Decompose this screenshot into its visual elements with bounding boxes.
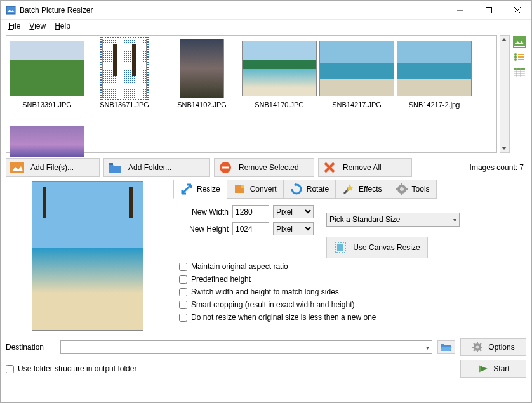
svg-rect-3 [486,7,491,13]
svg-rect-6 [514,37,525,46]
svg-rect-14 [514,68,525,70]
remove-selected-button[interactable]: Remove Selected [214,158,314,177]
minimize-button[interactable] [446,1,474,19]
add-folder-button[interactable]: Add Folder... [103,158,210,177]
preview-panel [6,180,170,332]
svg-point-8 [514,53,517,56]
tab-rotate[interactable]: Rotate [284,180,336,199]
tabs: Resize Convert Rotate Effects Tools [173,180,526,199]
thumbnail-scrollbar[interactable] [500,35,510,153]
thumbnail-item[interactable]: SNB13671.JPG [86,38,163,109]
width-unit-select[interactable]: Pixel [273,205,314,218]
browse-destination-button[interactable] [437,340,455,354]
titlebar: Batch Picture Resizer [1,1,531,20]
chk-switch[interactable] [179,288,187,296]
folder-icon [108,161,122,175]
thumbnail-item[interactable]: SNB13391.JPG [9,38,85,109]
folder-open-icon [440,342,453,352]
effects-icon [342,183,355,195]
view-thumbnails-icon[interactable] [513,36,526,48]
maximize-button[interactable] [474,1,503,19]
menu-help[interactable]: Help [51,20,74,32]
canvas-icon [334,241,347,254]
thumbnail-list[interactable]: SNB13391.JPGSNB13671.JPGSNB14102.JPGSNB1… [6,35,497,153]
remove-all-button[interactable]: Remove All [318,158,412,177]
chk-noresize[interactable] [179,314,187,322]
tools-icon [396,183,408,195]
view-list-icon[interactable] [513,51,526,63]
svg-point-32 [400,187,404,191]
thumbnail-item[interactable]: SNB14102.JPG [164,38,240,109]
new-width-input[interactable] [232,205,269,218]
view-details-icon[interactable] [513,67,526,78]
menu-view[interactable]: View [25,20,50,32]
remove-selected-label: Remove Selected [239,163,299,172]
menu-file[interactable]: File [4,20,24,32]
chk-aspect[interactable] [179,263,187,271]
destination-combo[interactable] [60,340,432,354]
window-title: Batch Picture Resizer [20,6,446,15]
new-width-label: New Width [179,208,229,216]
chk-smart[interactable] [179,301,187,309]
svg-point-12 [514,58,517,61]
thumbnail-caption: SNB13671.JPG [86,99,163,109]
svg-rect-38 [337,244,343,251]
tab-tools[interactable]: Tools [389,180,437,199]
preview-image [32,181,143,331]
rotate-icon [290,183,303,195]
convert-icon [234,183,246,195]
resize-panel: New Width Pixel New Height Pixel Pick a … [173,198,526,332]
new-height-label: New Height [179,225,229,234]
thumbnail-caption: SNB14170.JPG [241,99,317,109]
thumbnail-caption: SNB13391.JPG [9,99,85,109]
thumbnail-item[interactable]: SNB14217.JPG [319,38,395,109]
canvas-resize-button[interactable]: Use Canvas Resize [326,237,428,258]
thumbnail-item[interactable]: SNB14170.JPG [241,38,317,109]
thumbnail-item[interactable]: SNB14217-2.jpg [396,38,472,109]
remove-all-icon [323,161,336,175]
tab-effects[interactable]: Effects [336,180,389,199]
add-folder-label: Add Folder... [128,163,171,172]
view-mode-icons [512,35,526,153]
svg-line-46 [480,350,481,351]
gear-icon [472,341,483,353]
svg-line-48 [474,350,475,351]
remove-icon [218,161,232,175]
chk-predefined[interactable] [179,275,187,284]
svg-point-40 [476,346,479,349]
resize-icon [180,183,193,195]
svg-marker-29 [294,183,296,187]
svg-rect-22 [109,163,113,165]
svg-point-28 [241,185,244,188]
svg-rect-24 [222,167,229,169]
thumbnail-caption: SNB14102.JPG [164,99,240,109]
remove-all-label: Remove All [343,163,382,172]
app-icon [6,5,16,15]
new-height-input[interactable] [232,222,269,235]
svg-point-10 [514,56,517,58]
menubar: File View Help [1,20,531,32]
chk-folder-structure[interactable] [6,365,14,373]
tab-convert[interactable]: Convert [227,180,284,199]
thumbnail-caption: SNB14217.JPG [319,99,395,109]
play-icon [477,363,488,374]
svg-marker-50 [481,366,488,371]
start-button[interactable]: Start [460,360,526,378]
standard-size-select[interactable]: Pick a Standard Size [326,213,460,227]
options-button[interactable]: Options [460,338,526,356]
close-button[interactable] [503,1,531,19]
svg-line-45 [474,343,475,345]
svg-rect-0 [6,6,15,14]
images-count: Images count: 7 [470,163,524,172]
thumbnail-item[interactable] [9,111,85,172]
height-unit-select[interactable]: Pixel [273,222,314,235]
thumbnail-caption: SNB14217-2.jpg [396,99,472,109]
svg-line-47 [480,343,481,345]
tab-resize[interactable]: Resize [173,180,227,199]
destination-label: Destination [6,343,55,352]
